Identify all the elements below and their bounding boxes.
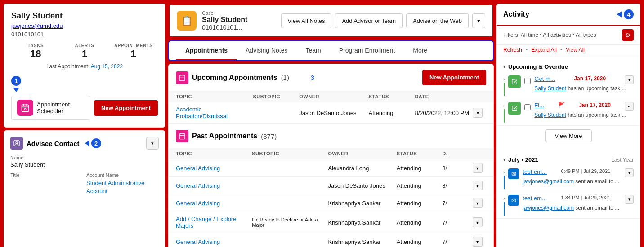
email-icon-1: ✉ — [508, 195, 519, 206]
case-info: Case Sally Student 0101010101... — [202, 10, 276, 31]
past-row-1: General Advising Jason DeSanto Jones Att… — [169, 177, 493, 194]
past-title: Past Appointments (377) — [176, 130, 277, 142]
past-topic-3[interactable]: Add / Change / Explore Majors — [176, 216, 252, 229]
email-0-sender[interactable]: jawjones@gmail.com — [523, 178, 574, 185]
tab-appointments[interactable]: Appointments — [176, 41, 237, 60]
past-icon — [176, 130, 188, 142]
tasks-stat: TASKS 18 — [11, 43, 60, 60]
email-0-title[interactable]: test em... — [523, 168, 546, 175]
advise-on-web-button[interactable]: Advise on the Web — [406, 13, 469, 28]
email-1-sender[interactable]: jawjones@gmail.com — [523, 205, 574, 211]
contact-name: Sally Student — [10, 161, 159, 168]
annotation-4-badge: 4 — [624, 9, 634, 19]
item-1-chevron[interactable]: › — [503, 103, 505, 108]
stats-row: TASKS 18 ALERTS 1 APPOINTMENTS 1 — [11, 43, 158, 60]
scheduler-label: AppointmentScheduler — [37, 101, 70, 115]
email-1-dropdown[interactable]: ▾ — [625, 195, 634, 204]
item-1-date: Jan 17, 2020 — [579, 102, 611, 108]
view-all-notes-button[interactable]: View All Notes — [281, 13, 332, 28]
tab-advising-notes[interactable]: Advising Notes — [237, 41, 296, 60]
email-0-chevron[interactable]: › — [503, 170, 505, 175]
upcoming-table-header: TOPIC SUBTOPIC OWNER STATUS DATE — [169, 91, 493, 102]
expand-all-link[interactable]: Expand All — [531, 47, 557, 53]
left-panel: Sally Student jawjones@umd.edu 010101010… — [4, 4, 165, 247]
july-section: ▾ July • 2021 Last Year › ✉ test em... 6… — [497, 150, 640, 222]
upcoming-chevron-icon: ▾ — [503, 64, 505, 69]
scheduler-icon — [17, 100, 33, 116]
activity-annotation: 4 — [617, 9, 634, 19]
contact-fields: Title Account Name Student Administrativ… — [10, 172, 159, 195]
past-row-2-dropdown[interactable]: ▾ — [473, 198, 483, 208]
upcoming-row-dropdown[interactable]: ▾ — [473, 108, 483, 118]
add-advisor-button[interactable]: Add Advisor or Team — [335, 13, 402, 28]
item-1-title[interactable]: Fi... — [534, 102, 544, 109]
item-1-checkbox[interactable] — [524, 104, 531, 110]
case-icon: 📋 — [177, 11, 197, 31]
student-email[interactable]: jawjones@umd.edu — [11, 22, 63, 29]
july-chevron-icon: ▾ — [503, 157, 505, 162]
item-0-title[interactable]: Get m... — [534, 75, 555, 82]
past-row-0-dropdown[interactable]: ▾ — [473, 163, 483, 173]
past-row-4: General Advising Krishnapriya Sankar Att… — [169, 233, 493, 247]
past-row-3: Add / Change / Explore Majors I'm Ready … — [169, 212, 493, 233]
new-appointment-button-left[interactable]: New Appointment — [94, 100, 158, 116]
filters-row: Filters: All time • All activities • All… — [497, 26, 640, 45]
appointment-scheduler[interactable]: AppointmentScheduler — [11, 96, 90, 120]
view-all-link[interactable]: View All — [566, 47, 585, 53]
item-0-student-link[interactable]: Sally Student — [534, 85, 566, 92]
item-0-chevron[interactable]: › — [503, 77, 505, 82]
annotation-2-badge: 2 — [91, 138, 101, 148]
filters-gear-button[interactable]: ⚙ — [622, 29, 634, 41]
advisee-contact-card: Advisee Contact 2 ▾ Name Sally Student T… — [4, 130, 165, 247]
right-panel: Activity 4 Filters: All time • All activ… — [496, 4, 640, 247]
svg-rect-0 — [22, 105, 29, 111]
past-topic-2[interactable]: General Advising — [176, 200, 252, 207]
middle-panel: 📋 Case Sally Student 0101010101... View … — [168, 4, 494, 247]
appointments-stat: APPOINTMENTS 1 — [109, 43, 158, 60]
annotation-3: 3 — [311, 74, 314, 81]
view-more-button[interactable]: View More — [545, 129, 591, 142]
past-topic-1[interactable]: General Advising — [176, 182, 252, 189]
past-topic-4[interactable]: General Advising — [176, 238, 252, 245]
item-1-student-link[interactable]: Sally Student — [534, 112, 566, 118]
contact-dropdown-button[interactable]: ▾ — [146, 137, 159, 150]
task-icon-0 — [508, 75, 521, 88]
contact-icon — [10, 137, 23, 150]
email-0-dropdown[interactable]: ▾ — [625, 168, 634, 177]
past-section: Past Appointments (377) TOPIC SUBTOPIC O… — [169, 124, 493, 247]
upcoming-row: Academic Probation/Dismissal Jason DeSan… — [169, 102, 493, 124]
tab-team[interactable]: Team — [297, 41, 330, 60]
activity-links: Refresh • Expand All • View All — [497, 45, 640, 57]
student-name: Sally Student — [11, 11, 158, 21]
tab-program-enrollment[interactable]: Program Enrollment — [330, 41, 404, 60]
student-id: 0101010101 — [11, 31, 158, 38]
account-name-link[interactable]: Student Administrative Account — [86, 180, 144, 194]
email-1-title[interactable]: test em... — [523, 195, 546, 202]
past-topic-0[interactable]: General Advising — [176, 165, 252, 172]
item-0-date: Jan 17, 2020 — [574, 75, 606, 82]
past-row-3-dropdown[interactable]: ▾ — [473, 217, 483, 227]
past-row-4-dropdown[interactable]: ▾ — [473, 237, 483, 247]
item-1-dropdown[interactable]: ▾ — [625, 102, 634, 111]
tab-more[interactable]: More — [404, 41, 436, 60]
card-header: Advisee Contact 2 ▾ — [10, 137, 159, 150]
svg-point-6 — [16, 142, 18, 144]
activity-title: Activity — [503, 10, 529, 18]
arrow-left-icon — [617, 11, 622, 18]
past-table-header: TOPIC SUBTOPIC OWNER STATUS D. — [169, 148, 493, 159]
last-appointment-link[interactable]: Aug 15, 2022 — [91, 63, 123, 70]
past-row-0: General Advising Alexandra Long Attendin… — [169, 159, 493, 177]
past-row-1-dropdown[interactable]: ▾ — [473, 181, 483, 190]
case-header: 📋 Case Sally Student 0101010101... View … — [168, 4, 494, 38]
email-1-chevron[interactable]: › — [503, 196, 505, 201]
refresh-link[interactable]: Refresh — [503, 47, 522, 53]
case-header-dropdown[interactable]: ▾ — [472, 13, 485, 28]
item-0-dropdown[interactable]: ▾ — [625, 75, 634, 84]
upcoming-topic-link[interactable]: Academic Probation/Dismissal — [176, 106, 253, 119]
new-appointment-button-main[interactable]: New Appointment — [422, 70, 486, 85]
upcoming-overdue-header[interactable]: ▾ Upcoming & Overdue — [497, 61, 640, 73]
july-section-header[interactable]: ▾ July • 2021 Last Year — [497, 154, 640, 166]
item-0-checkbox[interactable] — [524, 78, 531, 84]
activity-item-1: › Fi... 🚩 Jan 17, 2020 ▾ Sally Student — [497, 99, 640, 126]
appointments-content: Upcoming Appointments (1) 3 New Appointm… — [168, 64, 494, 247]
